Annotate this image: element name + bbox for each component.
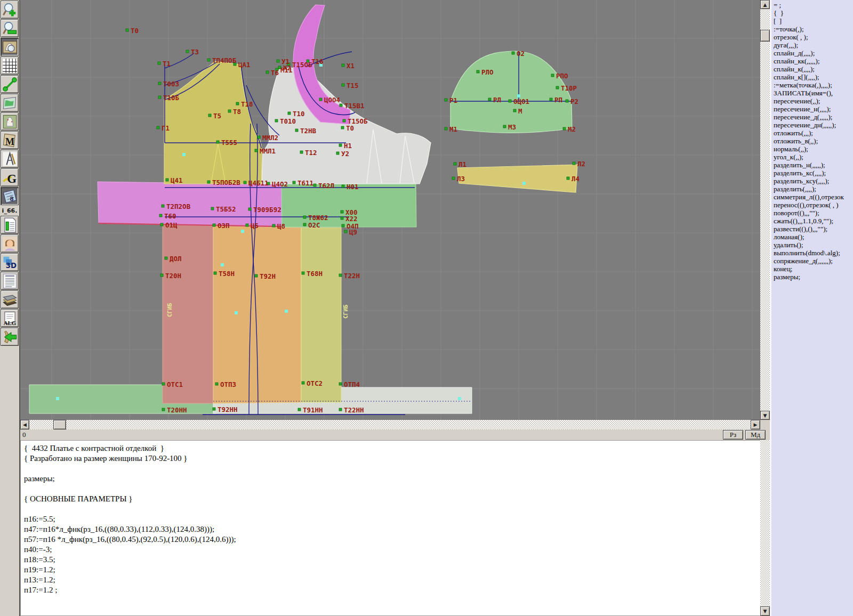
function-list-item[interactable]: дуга(,,,); <box>774 41 853 49</box>
point-marker[interactable] <box>215 383 218 385</box>
view-pattern-button[interactable] <box>1 38 19 56</box>
point-marker[interactable] <box>158 82 161 85</box>
code-editor[interactable]: { 4432 Платье с контрастной отделкой }{ … <box>20 440 760 616</box>
function-list-item[interactable]: конец; <box>774 265 853 273</box>
point-marker[interactable] <box>302 272 304 274</box>
function-list-item[interactable]: удалить(); <box>774 241 853 249</box>
point-marker[interactable] <box>445 99 447 101</box>
code-line[interactable] <box>24 464 760 474</box>
point-marker[interactable] <box>313 184 316 187</box>
code-line[interactable]: п47:=п16*л_фнк(рз_16,((80,0.33),(112,0.3… <box>24 524 760 534</box>
point-marker[interactable] <box>341 126 344 129</box>
point-marker[interactable] <box>551 74 554 77</box>
canvas-hscrollbar[interactable] <box>20 420 760 429</box>
code-line[interactable] <box>24 484 760 494</box>
function-list-item[interactable]: пересечение(,,); <box>774 97 853 105</box>
function-list-item[interactable]: разделить_кс(,,,,); <box>774 169 853 177</box>
function-list-item[interactable]: угол_к(,,); <box>774 153 853 161</box>
function-list-item[interactable]: поворот((),,,""); <box>774 209 853 217</box>
drafting-tools-button[interactable] <box>1 150 19 168</box>
function-list-item[interactable]: отложить(,,,); <box>774 129 853 137</box>
point-marker[interactable] <box>216 141 219 143</box>
editor-vscrollbar[interactable] <box>760 440 770 616</box>
point-marker[interactable] <box>303 223 306 226</box>
point-marker[interactable] <box>272 224 275 227</box>
point-marker[interactable] <box>236 102 239 105</box>
i66-label-button[interactable]: i_66. <box>1 206 19 215</box>
point-marker[interactable] <box>266 71 269 74</box>
pattern-m-button[interactable]: M <box>1 131 19 149</box>
highlight-point-marker[interactable] <box>221 263 224 266</box>
function-list-item[interactable]: выполнить(dmod\.alg); <box>774 249 853 257</box>
function-list-item[interactable]: разделить_ксу(,,,,); <box>774 177 853 185</box>
function-list-item[interactable]: = ; <box>774 1 853 9</box>
point-marker[interactable] <box>275 119 278 122</box>
point-marker[interactable] <box>342 84 344 86</box>
highlight-point-marker[interactable] <box>56 397 59 400</box>
function-list-item[interactable]: сплайн_д(,,,,); <box>774 49 853 57</box>
point-marker[interactable] <box>300 151 303 153</box>
point-marker[interactable] <box>166 179 168 181</box>
point-marker[interactable] <box>162 408 165 411</box>
function-list-item[interactable]: [ ] <box>774 17 853 25</box>
zoom-out-button[interactable] <box>1 19 19 37</box>
point-marker[interactable] <box>162 205 164 207</box>
point-marker[interactable] <box>344 230 347 233</box>
point-marker[interactable] <box>257 136 260 139</box>
point-marker[interactable] <box>248 208 251 210</box>
scroll-down-icon[interactable]: ▼ <box>760 411 770 420</box>
function-list-item[interactable]: пересечение_д(,,,,,); <box>774 113 853 121</box>
canvas-hscroll-thumb[interactable] <box>53 420 66 429</box>
spreadsheet-button[interactable] <box>1 216 19 234</box>
point-marker[interactable] <box>160 274 163 277</box>
function-list-item[interactable]: разделить_н(,,,,,); <box>774 161 853 169</box>
point-marker[interactable] <box>158 96 161 99</box>
function-list-item[interactable]: :=точка(,); <box>774 25 853 33</box>
point-marker[interactable] <box>293 181 295 184</box>
sleeve-piece[interactable] <box>450 51 572 133</box>
scroll-right-icon[interactable]: ▶ <box>751 420 760 429</box>
point-marker[interactable] <box>454 163 456 165</box>
function-list-item[interactable]: сплайн_к(,,,,); <box>774 65 853 73</box>
point-marker[interactable] <box>336 152 339 155</box>
point-marker[interactable] <box>246 224 248 226</box>
code-line[interactable] <box>24 504 760 514</box>
point-marker[interactable] <box>567 177 569 180</box>
highlight-point-marker[interactable] <box>285 310 288 313</box>
point-marker[interactable] <box>342 185 344 188</box>
scroll-up-icon[interactable]: ▲ <box>760 0 770 9</box>
alg-document-button[interactable]: ALG <box>1 309 19 327</box>
point-marker[interactable] <box>563 127 566 130</box>
function-list-item[interactable]: нормаль(,,); <box>774 145 853 153</box>
point-marker[interactable] <box>488 98 491 101</box>
point-marker[interactable] <box>295 129 298 132</box>
books-button[interactable] <box>1 290 19 309</box>
code-line[interactable]: п40:=-3; <box>24 545 760 555</box>
point-marker[interactable] <box>211 207 214 210</box>
function-list-item[interactable]: пересечение_н(,,,,); <box>774 105 853 113</box>
function-list-item[interactable]: ломаная(); <box>774 233 853 241</box>
point-marker[interactable] <box>556 86 559 89</box>
zoom-in-button[interactable] <box>1 1 19 19</box>
three-d-button[interactable]: 3D <box>1 253 19 271</box>
function-list-item[interactable]: { } <box>774 9 853 17</box>
point-marker[interactable] <box>255 274 257 277</box>
point-marker[interactable] <box>573 162 575 165</box>
function-list-item[interactable]: разделить(,,,,); <box>774 185 853 193</box>
point-marker[interactable] <box>566 100 568 102</box>
editor-scroll-down-icon[interactable]: ▼ <box>760 606 770 616</box>
highlight-point-marker[interactable] <box>235 311 238 314</box>
function-list-item[interactable]: ЗАПИСАТЬ(имя=(), <box>774 89 853 97</box>
point-marker[interactable] <box>244 181 246 184</box>
point-marker[interactable] <box>228 110 231 112</box>
rz-button[interactable]: Рз <box>723 430 743 440</box>
code-line[interactable]: п17:=1.2 ; <box>24 585 760 595</box>
function-list-item[interactable]: сплайн_кк(,,,,,); <box>774 57 853 65</box>
point-marker[interactable] <box>158 62 160 64</box>
function-list-item[interactable]: :=метка(точка(,),,,,); <box>774 81 853 89</box>
canvas-vscroll-thumb[interactable] <box>760 30 770 42</box>
code-line[interactable]: { Разработано на размер женщины 170-92-1… <box>24 453 760 464</box>
point-marker[interactable] <box>342 64 344 67</box>
function-list-item[interactable]: сопряжение_д(,,,,,,); <box>774 257 853 265</box>
point-marker[interactable] <box>162 383 165 385</box>
